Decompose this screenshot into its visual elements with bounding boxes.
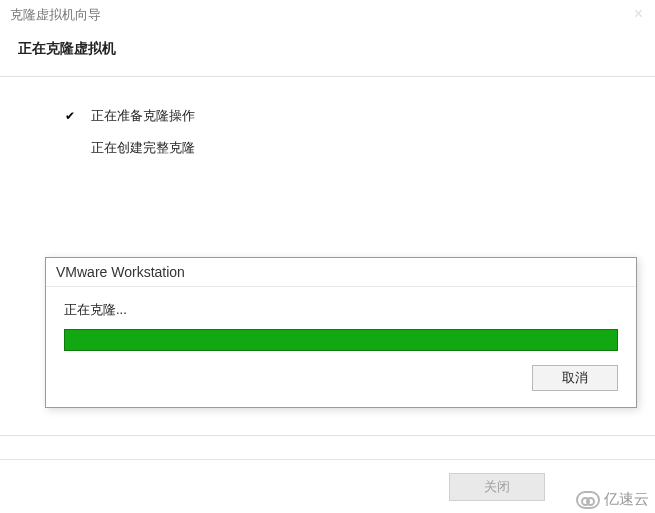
- step-create: 正在创建完整克隆: [65, 139, 615, 157]
- watermark-text: 亿速云: [604, 490, 649, 509]
- dialog-button-row: 取消: [64, 365, 618, 391]
- watermark-cloud-icon: [576, 491, 600, 509]
- progress-dialog: VMware Workstation 正在克隆... 取消: [45, 257, 637, 408]
- dialog-status-text: 正在克隆...: [64, 301, 618, 319]
- check-icon: ✔: [65, 109, 79, 123]
- cancel-button[interactable]: 取消: [532, 365, 618, 391]
- watermark: 亿速云: [576, 490, 649, 509]
- progress-bar: [64, 329, 618, 351]
- step-prepare-label: 正在准备克隆操作: [91, 107, 195, 125]
- window-title: 克隆虚拟机向导: [10, 6, 101, 24]
- window-titlebar: 克隆虚拟机向导 ×: [0, 0, 655, 30]
- dialog-title: VMware Workstation: [46, 258, 636, 287]
- close-button: 关闭: [449, 473, 545, 501]
- step-create-label: 正在创建完整克隆: [91, 139, 195, 157]
- wizard-content: ✔ 正在准备克隆操作 正在创建完整克隆 VMware Workstation 正…: [0, 76, 655, 436]
- wizard-heading: 正在克隆虚拟机: [0, 30, 655, 76]
- dialog-body: 正在克隆... 取消: [46, 287, 636, 407]
- close-icon[interactable]: ×: [634, 6, 643, 22]
- step-prepare: ✔ 正在准备克隆操作: [65, 107, 615, 125]
- wizard-footer: 关闭: [0, 459, 655, 513]
